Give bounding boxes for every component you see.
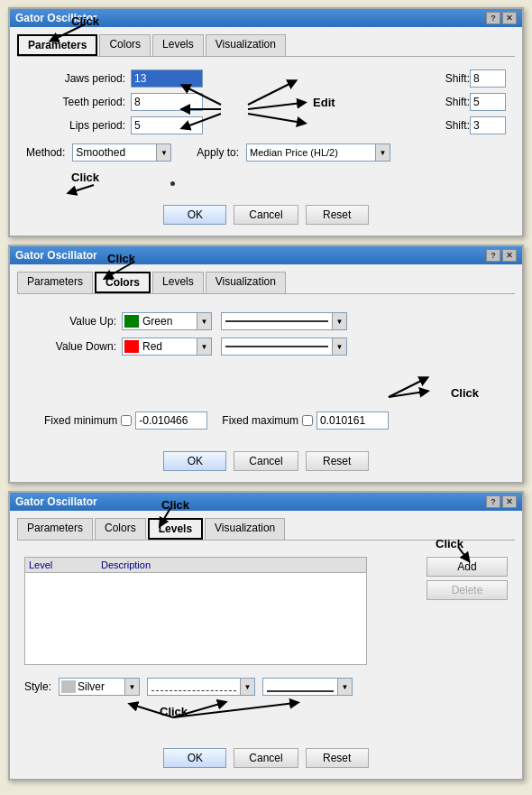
tab-colors-1[interactable]: Colors xyxy=(99,34,151,56)
jaws-period-input[interactable] xyxy=(131,69,203,88)
tab-levels-3[interactable]: Levels xyxy=(148,518,203,540)
width-arrow[interactable]: ▼ xyxy=(337,679,352,695)
teeth-label: Teeth period: xyxy=(26,96,125,108)
click2-annotation: Click xyxy=(71,171,99,184)
reset-button-1[interactable]: Reset xyxy=(306,205,369,225)
reset-button-3[interactable]: Reset xyxy=(306,748,369,768)
dot-1 xyxy=(170,181,175,186)
method-row: Method: Smoothed ▼ Apply to: Median Pric… xyxy=(17,143,515,162)
teeth-right: Shift: xyxy=(445,93,506,111)
value-down-color-arrow[interactable]: ▼ xyxy=(197,338,211,355)
titlebar-2: Gator Oscillator ? ✕ xyxy=(10,246,522,264)
reset-button-2[interactable]: Reset xyxy=(306,451,369,471)
fixed-max-input[interactable] xyxy=(316,411,389,430)
dash-arrow[interactable]: ▼ xyxy=(240,679,254,695)
style-color-arrow[interactable]: ▼ xyxy=(124,679,139,695)
arrow-svg-1 xyxy=(26,20,98,47)
fixed-min-checkbox[interactable] xyxy=(121,415,132,426)
titlebar-buttons-1: ? ✕ xyxy=(486,12,517,24)
apply-arrow[interactable]: ▼ xyxy=(375,144,390,161)
width-line xyxy=(267,690,334,692)
value-down-line-arrow[interactable]: ▼ xyxy=(332,338,346,355)
value-up-line-select[interactable]: ▼ xyxy=(221,312,347,330)
fixed-max-checkbox[interactable] xyxy=(302,415,313,426)
svg-line-10 xyxy=(389,392,425,397)
style-label: Style: xyxy=(24,680,51,693)
value-down-color-select[interactable]: Red ▼ xyxy=(122,337,212,356)
tab-parameters-3[interactable]: Parameters xyxy=(17,518,93,540)
method-select[interactable]: Smoothed ▼ xyxy=(72,143,171,162)
title-2: Gator Oscillator xyxy=(15,249,97,262)
tab-visualization-2[interactable]: Visualization xyxy=(206,272,286,293)
cancel-button-2[interactable]: Cancel xyxy=(234,451,298,471)
jaws-label: Jaws period: xyxy=(26,72,125,85)
levels-table-header: Level Description xyxy=(25,558,366,573)
levels-table-content: Level Description xyxy=(24,557,367,665)
click3-annotation: Click xyxy=(451,386,479,400)
width-select[interactable]: ▼ xyxy=(262,678,353,696)
method-arrow[interactable]: ▼ xyxy=(156,144,170,161)
value-down-color-name: Red xyxy=(141,340,197,353)
click3-arrows xyxy=(298,363,443,408)
value-down-line-select[interactable]: ▼ xyxy=(221,337,347,356)
fixed-min-group: Fixed minimum xyxy=(44,411,207,430)
ok-button-2[interactable]: OK xyxy=(163,451,226,471)
tab-visualization-1[interactable]: Visualization xyxy=(206,34,286,56)
lips-shift-input[interactable] xyxy=(470,116,506,134)
click4-annotation: Click xyxy=(436,537,463,550)
close-btn-3[interactable]: ✕ xyxy=(502,495,517,508)
style-row: Style: Silver ▼ ▼ ▼ xyxy=(24,678,508,696)
tab-colors-3[interactable]: Colors xyxy=(95,518,146,540)
help-btn-1[interactable]: ? xyxy=(486,12,500,24)
button-row-1: OK Cancel Reset xyxy=(17,205,515,225)
edit-annotation: Edit xyxy=(313,96,335,109)
tabs-2: Parameters Colors Levels Visualization xyxy=(17,272,515,294)
value-up-color-name: Green xyxy=(141,315,197,328)
dialog-levels: Gator Oscillator ? ✕ Click Paramet xyxy=(8,491,524,781)
teeth-period-input[interactable] xyxy=(131,93,203,111)
value-up-line-arrow[interactable]: ▼ xyxy=(332,313,346,329)
value-up-color-arrow[interactable]: ▼ xyxy=(197,313,211,329)
delete-button[interactable]: Delete xyxy=(427,580,508,600)
levels-section: Level Description Click xyxy=(17,550,515,739)
teeth-shift-input[interactable] xyxy=(470,93,506,111)
lips-shift-label: Shift: xyxy=(445,119,470,132)
titlebar-3: Gator Oscillator ? ✕ xyxy=(10,493,522,511)
titlebar-buttons-2: ? ✕ xyxy=(486,249,517,262)
tab-levels-1[interactable]: Levels xyxy=(152,34,204,56)
add-click-container: Click Add xyxy=(427,557,508,577)
click-annotation-3: Click xyxy=(161,498,189,512)
level-col-header: Level xyxy=(29,559,101,570)
help-btn-2[interactable]: ? xyxy=(486,249,500,262)
fixed-min-input[interactable] xyxy=(135,411,207,430)
value-up-row: Value Up: Green ▼ ▼ xyxy=(35,312,497,330)
button-row-3: OK Cancel Reset xyxy=(17,748,515,768)
apply-select[interactable]: Median Price (HL/2) ▼ xyxy=(246,143,390,162)
ok-button-1[interactable]: OK xyxy=(163,205,226,225)
levels-table-section: Level Description Click xyxy=(24,557,508,672)
add-button[interactable]: Add xyxy=(427,557,508,577)
value-up-color-select[interactable]: Green ▼ xyxy=(122,312,212,330)
svg-line-5 xyxy=(248,103,302,109)
jaws-shift-input[interactable] xyxy=(470,69,506,88)
jaws-right: Shift: xyxy=(445,69,506,88)
lips-period-input[interactable] xyxy=(131,116,203,134)
cancel-button-1[interactable]: Cancel xyxy=(234,205,298,225)
tab-parameters-2[interactable]: Parameters xyxy=(17,272,93,293)
tab-levels-2[interactable]: Levels xyxy=(152,272,204,293)
help-btn-3[interactable]: ? xyxy=(486,495,500,508)
tab-visualization-3[interactable]: Visualization xyxy=(205,518,285,540)
teeth-row: Teeth period: Edit xyxy=(26,93,506,111)
value-down-row: Value Down: Red ▼ ▼ xyxy=(35,337,497,356)
style-color-select[interactable]: Silver ▼ xyxy=(59,678,140,696)
close-btn-2[interactable]: ✕ xyxy=(502,249,517,262)
cancel-button-3[interactable]: Cancel xyxy=(234,748,298,768)
ok-button-3[interactable]: OK xyxy=(163,748,226,768)
desc-col-header: Description xyxy=(101,559,362,570)
dash-select[interactable]: ▼ xyxy=(147,678,255,696)
tab-colors-2[interactable]: Colors xyxy=(95,272,151,293)
close-btn-1[interactable]: ✕ xyxy=(502,12,517,24)
levels-table: Level Description xyxy=(24,557,417,672)
value-up-label: Value Up: xyxy=(35,315,116,328)
fixed-row: Fixed minimum Fixed maximum xyxy=(35,408,497,433)
